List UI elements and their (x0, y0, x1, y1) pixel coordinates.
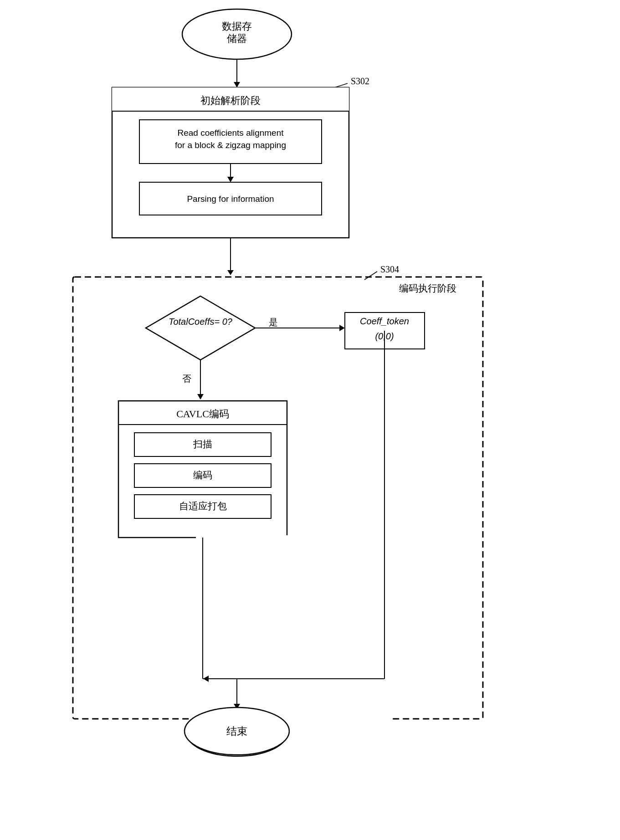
coeff-token-line1: Coeff_token (360, 316, 409, 326)
diamond-text: TotalCoeffs= 0? (169, 317, 233, 327)
storage-text2: 储器 (227, 33, 247, 44)
s304-label: S304 (380, 264, 399, 274)
s302-label: S302 (351, 76, 369, 86)
cavlc-item-scan: 扫描 (193, 439, 212, 450)
svg-marker-12 (227, 270, 234, 275)
cavlc-title: CAVLC编码 (176, 408, 229, 420)
yes-label: 是 (269, 317, 278, 327)
step1-line2: for a block & zigzag mapping (175, 140, 286, 150)
coeff-token-line2: (0,0) (375, 331, 394, 341)
step1-line1: Read coefficients alignment (177, 128, 284, 138)
storage-text: 数据存 (222, 20, 252, 32)
end-text: 结束 (227, 728, 247, 739)
initial-phase-title: 初始解析阶段 (200, 95, 261, 106)
cavlc-item-encode: 编码 (193, 470, 212, 481)
no-label: 否 (182, 374, 191, 384)
cavlc-item-pack: 自适应打包 (179, 501, 227, 512)
encoding-phase-label: 编码执行阶段 (399, 283, 456, 294)
step2-text: Parsing for information (187, 194, 274, 204)
svg-marker-2 (234, 82, 240, 87)
